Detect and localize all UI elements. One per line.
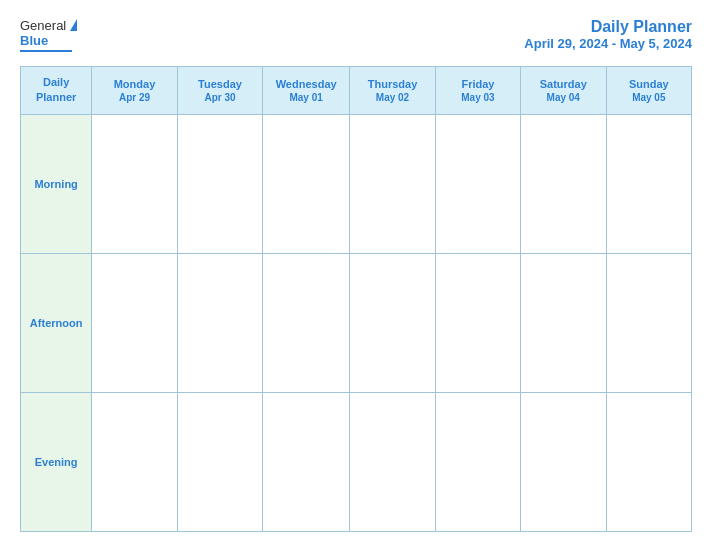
afternoon-row: Afternoon (21, 253, 692, 392)
afternoon-label: Afternoon (21, 253, 92, 392)
evening-tuesday[interactable] (177, 392, 263, 531)
page-title-block: Daily Planner April 29, 2024 - May 5, 20… (524, 18, 692, 51)
morning-sunday[interactable] (606, 114, 691, 253)
logo: General Blue (20, 18, 77, 52)
col-wednesday: WednesdayMay 01 (263, 67, 350, 115)
afternoon-saturday[interactable] (520, 253, 606, 392)
morning-thursday[interactable] (350, 114, 436, 253)
date-range: April 29, 2024 - May 5, 2024 (524, 36, 692, 51)
evening-sunday[interactable] (606, 392, 691, 531)
morning-saturday[interactable] (520, 114, 606, 253)
evening-saturday[interactable] (520, 392, 606, 531)
logo-triangle-icon (70, 19, 77, 31)
morning-monday[interactable] (92, 114, 177, 253)
evening-thursday[interactable] (350, 392, 436, 531)
col-friday: FridayMay 03 (436, 67, 521, 115)
col-sunday: SundayMay 05 (606, 67, 691, 115)
afternoon-thursday[interactable] (350, 253, 436, 392)
morning-tuesday[interactable] (177, 114, 263, 253)
morning-row: Morning (21, 114, 692, 253)
logo-underline (20, 50, 72, 52)
afternoon-sunday[interactable] (606, 253, 691, 392)
planner-table: DailyPlanner MondayApr 29 TuesdayApr 30 … (20, 66, 692, 532)
evening-wednesday[interactable] (263, 392, 350, 531)
morning-wednesday[interactable] (263, 114, 350, 253)
afternoon-tuesday[interactable] (177, 253, 263, 392)
afternoon-wednesday[interactable] (263, 253, 350, 392)
col-saturday: SaturdayMay 04 (520, 67, 606, 115)
table-header-row: DailyPlanner MondayApr 29 TuesdayApr 30 … (21, 67, 692, 115)
evening-label: Evening (21, 392, 92, 531)
col-monday: MondayApr 29 (92, 67, 177, 115)
afternoon-friday[interactable] (436, 253, 521, 392)
afternoon-monday[interactable] (92, 253, 177, 392)
morning-friday[interactable] (436, 114, 521, 253)
col-tuesday: TuesdayApr 30 (177, 67, 263, 115)
evening-friday[interactable] (436, 392, 521, 531)
morning-label: Morning (21, 114, 92, 253)
evening-row: Evening (21, 392, 692, 531)
col-thursday: ThursdayMay 02 (350, 67, 436, 115)
logo-general-text: General (20, 18, 66, 33)
evening-monday[interactable] (92, 392, 177, 531)
corner-header: DailyPlanner (21, 67, 92, 115)
logo-blue-text: Blue (20, 33, 48, 48)
page-header: General Blue Daily Planner April 29, 202… (20, 18, 692, 52)
page-title: Daily Planner (524, 18, 692, 36)
